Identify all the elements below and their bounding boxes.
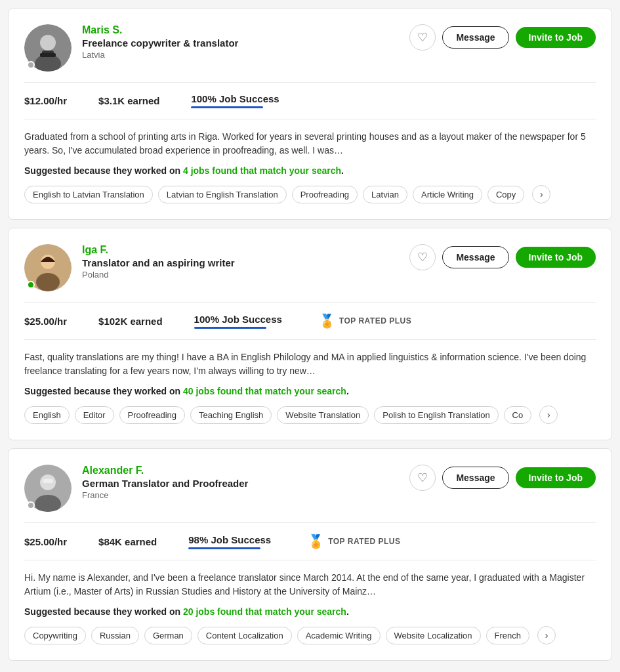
rate-stat: $25.00/hr (24, 536, 67, 547)
favorite-button[interactable]: ♡ (409, 244, 436, 270)
bio-text: Fast, quality translations are my thing!… (24, 350, 596, 378)
skill-tag[interactable]: Website Localization (386, 627, 481, 644)
skill-tag[interactable]: French (486, 627, 529, 644)
header-actions: ♡ Message Invite to Job (409, 465, 596, 491)
card-header: Alexander F. German Translator and Proof… (24, 465, 596, 512)
job-success-stat: 100% Job Success (191, 93, 279, 108)
tags-row: English to Latvian TranslationLatvian to… (24, 185, 596, 203)
card-header: Maris S. Freelance copywriter & translat… (24, 24, 596, 72)
profile-location: Latvia (82, 50, 409, 60)
top-rated-badge: 🏅 TOP RATED PLUS (319, 313, 411, 329)
top-rated-icon: 🏅 (319, 313, 335, 329)
job-success-stat: 100% Job Success (194, 314, 282, 329)
rate-value: $25.00/hr (24, 536, 67, 547)
skill-tag[interactable]: Content Localization (197, 627, 292, 644)
bio-text: Hi. My name is Alexander, and I've been … (24, 571, 596, 598)
profile-title: Translator and an aspiring writer (82, 257, 409, 268)
top-rated-badge: 🏅 TOP RATED PLUS (308, 534, 400, 549)
suggested-jobs-count: 20 jobs found that match your search (183, 606, 346, 617)
earned-value: $3.1K earned (98, 95, 159, 106)
header-actions: ♡ Message Invite to Job (409, 244, 596, 270)
rate-value: $25.00/hr (24, 316, 67, 327)
message-button[interactable]: Message (442, 467, 508, 489)
avatar-wrap (24, 244, 72, 291)
skill-tag[interactable]: Teaching English (190, 406, 272, 424)
divider-2 (24, 560, 596, 560)
suggested-jobs-count: 4 jobs found that match your search (183, 165, 341, 176)
skill-tag[interactable]: Article Writing (413, 186, 482, 203)
card-header: Iga F. Translator and an aspiring writer… (24, 244, 596, 291)
invite-button[interactable]: Invite to Job (516, 247, 596, 268)
message-button[interactable]: Message (442, 246, 508, 268)
rate-stat: $25.00/hr (24, 316, 67, 327)
bio-text: Graduated from a school of printing arts… (24, 130, 596, 158)
avatar-wrap (24, 465, 72, 512)
profile-info: Maris S. Freelance copywriter & translat… (82, 24, 409, 60)
earned-stat: $102K earned (98, 316, 163, 327)
online-status (27, 501, 35, 509)
profile-name: Iga F. (82, 244, 409, 256)
freelancer-card-alexander: Alexander F. German Translator and Proof… (8, 448, 612, 661)
earned-value: $84K earned (98, 536, 157, 547)
skill-tag[interactable]: German (144, 627, 192, 644)
divider-2 (24, 119, 596, 119)
skill-tag[interactable]: Polish to English Translation (374, 406, 498, 424)
skill-tag[interactable]: Proofreading (119, 406, 185, 424)
job-success-bar (188, 547, 260, 549)
stats-row: $12.00/hr $3.1K earned 100% Job Success (24, 93, 596, 108)
skill-tag[interactable]: Latvian to English Translation (158, 186, 287, 203)
invite-button[interactable]: Invite to Job (516, 27, 596, 48)
skill-tag[interactable]: Academic Writing (297, 627, 381, 644)
tags-next-button[interactable]: › (539, 406, 558, 424)
skill-tag[interactable]: Copywriting (24, 627, 86, 644)
profile-title: Freelance copywriter & translator (82, 37, 409, 49)
header-actions: ♡ Message Invite to Job (409, 24, 596, 51)
suggested-text: Suggested because they worked on 20 jobs… (24, 606, 596, 617)
divider (24, 302, 596, 303)
invite-button[interactable]: Invite to Job (516, 467, 596, 488)
favorite-button[interactable]: ♡ (409, 465, 436, 491)
skill-tag[interactable]: Website Translation (277, 406, 369, 424)
profile-info: Iga F. Translator and an aspiring writer… (82, 244, 409, 280)
stats-row: $25.00/hr $84K earned 98% Job Success 🏅 … (24, 534, 596, 549)
earned-stat: $3.1K earned (98, 95, 159, 106)
freelancer-card-maris: Maris S. Freelance copywriter & translat… (8, 8, 612, 220)
skill-tag[interactable]: Russian (91, 627, 139, 644)
earned-value: $102K earned (98, 316, 163, 327)
svg-point-1 (40, 35, 56, 51)
avatar-wrap (24, 24, 72, 72)
skill-tag[interactable]: Editor (75, 406, 114, 424)
profile-info: Alexander F. German Translator and Proof… (82, 465, 409, 500)
message-button[interactable]: Message (442, 26, 508, 49)
svg-point-7 (36, 273, 60, 291)
top-rated-label: TOP RATED PLUS (328, 537, 400, 546)
tags-next-button[interactable]: › (532, 185, 550, 203)
divider-2 (24, 339, 596, 340)
job-success-stat: 98% Job Success (188, 534, 271, 549)
stats-row: $25.00/hr $102K earned 100% Job Success … (24, 313, 596, 329)
skill-tag[interactable]: English to Latvian Translation (24, 186, 153, 203)
job-success-bar (194, 327, 266, 329)
job-success-value: 100% Job Success (191, 93, 279, 104)
profile-name: Alexander F. (82, 465, 409, 476)
divider (24, 82, 596, 83)
divider (24, 522, 596, 523)
job-success-value: 98% Job Success (188, 534, 271, 545)
skill-tag[interactable]: Copy (487, 186, 524, 203)
skill-tag[interactable]: English (24, 406, 70, 424)
skill-tag[interactable]: Latvian (363, 186, 407, 203)
skill-tag[interactable]: Co (504, 406, 532, 424)
online-status (27, 281, 35, 289)
favorite-button[interactable]: ♡ (409, 24, 436, 51)
freelancer-card-iga: Iga F. Translator and an aspiring writer… (8, 228, 612, 440)
job-success-value: 100% Job Success (194, 314, 282, 325)
profile-location: Poland (82, 270, 409, 280)
tags-row: CopywritingRussianGermanContent Localiza… (24, 626, 596, 644)
profile-title: German Translator and Proofreader (82, 478, 409, 489)
suggested-text: Suggested because they worked on 40 jobs… (24, 386, 596, 396)
skill-tag[interactable]: Proofreading (292, 186, 358, 203)
suggested-jobs-count: 40 jobs found that match your search (183, 386, 346, 396)
tags-next-button[interactable]: › (537, 626, 556, 644)
svg-rect-11 (43, 479, 53, 483)
top-rated-label: TOP RATED PLUS (339, 316, 411, 326)
